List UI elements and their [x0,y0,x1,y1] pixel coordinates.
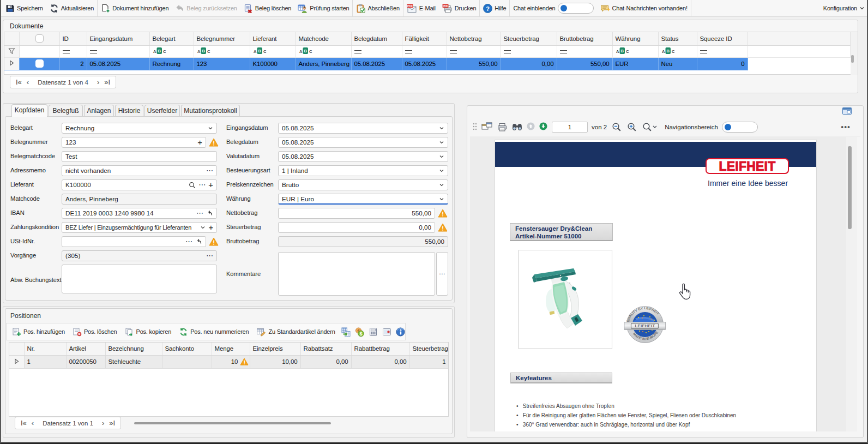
svg-text:B: B [304,49,307,53]
svg-text:C: C [672,49,675,54]
svg-text:A: A [299,49,303,54]
svg-text:$: $ [359,331,362,336]
svg-text:C: C [626,49,629,54]
svg-text:A: A [254,49,257,54]
svg-text:B: B [620,49,624,53]
svg-text:A: A [616,49,619,54]
svg-text:A: A [197,49,201,54]
svg-text:B: B [666,49,670,53]
svg-text:PDF: PDF [407,4,413,7]
svg-text:A: A [662,49,665,54]
svg-text:C: C [309,49,312,54]
svg-text:LEIFHEIT: LEIFHEIT [635,323,655,328]
svg-text:PDF: PDF [443,4,449,7]
svg-text:C: C [163,49,166,54]
svg-text:C: C [207,49,210,54]
svg-text:B: B [158,49,161,53]
svg-text:B: B [258,49,261,53]
svg-text:B: B [202,49,205,53]
svg-text:?: ? [486,5,490,11]
svg-text:A: A [153,49,156,54]
svg-text:C: C [263,49,267,54]
